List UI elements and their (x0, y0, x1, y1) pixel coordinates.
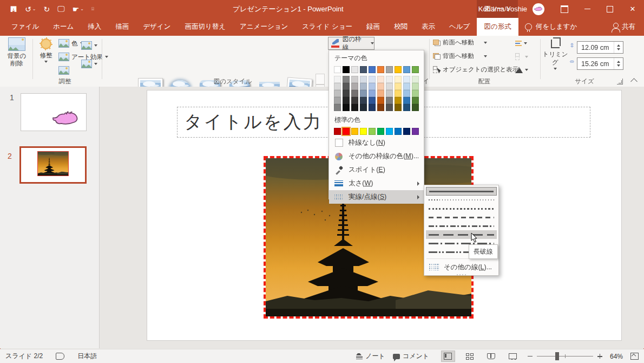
color-swatch[interactable] (412, 90, 419, 97)
tab-表示[interactable]: 表示 (415, 18, 442, 36)
width-spinner[interactable] (614, 58, 623, 69)
color-swatch[interactable] (412, 76, 419, 83)
tab-アニメーション[interactable]: アニメーション (233, 18, 295, 36)
color-swatch[interactable] (377, 128, 384, 135)
shape-height-field[interactable]: 12.09 cm (577, 41, 623, 54)
change-picture-button[interactable] (81, 41, 97, 50)
shape-width-field[interactable]: 15.26 cm (577, 57, 623, 70)
fit-to-window-icon[interactable] (630, 353, 639, 360)
color-swatch[interactable] (412, 128, 419, 135)
color-swatch[interactable] (412, 97, 419, 104)
minimize-button[interactable] (576, 0, 599, 18)
color-swatch[interactable] (343, 83, 350, 90)
color-swatch[interactable] (403, 66, 410, 73)
maximize-button[interactable] (599, 0, 621, 18)
color-swatch[interactable] (334, 76, 341, 83)
color-swatch[interactable] (386, 66, 393, 73)
tab-挿入[interactable]: 挿入 (81, 18, 108, 36)
color-swatch[interactable] (395, 104, 402, 111)
tab-画面切り替え[interactable]: 画面切り替え (178, 18, 233, 36)
tab-ファイル[interactable]: ファイル (4, 18, 46, 36)
color-swatch[interactable] (377, 90, 384, 97)
color-swatch[interactable] (351, 90, 358, 97)
color-swatch[interactable] (403, 83, 410, 90)
color-swatch[interactable] (360, 76, 367, 83)
tab-スライド ショー[interactable]: スライド ショー (295, 18, 359, 36)
color-swatch[interactable] (369, 104, 376, 111)
slideshow-view-button[interactable] (506, 351, 520, 362)
color-swatch[interactable] (377, 66, 384, 73)
color-swatch[interactable] (377, 97, 384, 104)
slide-sorter-view-button[interactable] (463, 351, 477, 362)
menu-item-no-border[interactable]: 枠線なし(N) (329, 136, 424, 150)
slide-indicator[interactable]: スライド 2/2 (5, 352, 43, 361)
customize-qat-icon[interactable]: ⍗ (91, 7, 94, 12)
group-button[interactable] (515, 53, 528, 60)
close-button[interactable]: ✕ (621, 0, 644, 18)
bring-forward-button[interactable]: 前面へ移動 (433, 38, 487, 47)
zoom-in-icon[interactable] (597, 354, 602, 359)
tell-me-box[interactable]: 何をしますか (518, 18, 583, 36)
color-swatch[interactable] (395, 76, 402, 83)
color-swatch[interactable] (334, 104, 341, 111)
color-swatch[interactable] (395, 128, 402, 135)
color-swatch[interactable] (386, 90, 393, 97)
comments-button[interactable]: コメント (393, 352, 429, 361)
color-swatch[interactable] (351, 66, 358, 73)
color-swatch[interactable] (334, 83, 341, 90)
menu-item-line-weight[interactable]: 太さ(W) (329, 177, 424, 190)
color-swatch[interactable] (351, 97, 358, 104)
color-swatch[interactable] (369, 97, 376, 104)
color-swatch[interactable] (377, 83, 384, 90)
save-icon[interactable]: 🖪 (10, 5, 17, 14)
color-swatch[interactable] (360, 90, 367, 97)
tab-校閲[interactable]: 校閲 (387, 18, 415, 36)
picture-border-button[interactable]: 図の枠線 (328, 37, 374, 50)
rotate-button[interactable] (515, 67, 528, 73)
color-swatch[interactable] (377, 104, 384, 111)
normal-view-button[interactable] (441, 351, 455, 362)
ribbon-display-options-icon[interactable] (553, 0, 576, 18)
undo-icon[interactable]: ↺⌄ (25, 5, 36, 14)
tab-描画[interactable]: 描画 (108, 18, 136, 36)
corrections-button[interactable]: 修整 (35, 37, 57, 63)
color-swatch[interactable] (412, 104, 419, 111)
height-spinner[interactable] (614, 42, 623, 53)
color-swatch[interactable] (343, 97, 350, 104)
accessibility-checker-icon[interactable] (56, 353, 64, 360)
tab-デザイン[interactable]: デザイン (136, 18, 178, 36)
dash-style-dash-dot[interactable] (426, 222, 497, 230)
color-swatch[interactable] (403, 90, 410, 97)
color-swatch[interactable] (360, 104, 367, 111)
slide-thumbnail-1[interactable] (21, 93, 87, 131)
language-indicator[interactable]: 日本語 (77, 352, 97, 361)
color-swatch[interactable] (351, 83, 358, 90)
zoom-out-icon[interactable] (528, 356, 533, 357)
collapse-ribbon-icon[interactable] (630, 78, 638, 85)
color-swatch[interactable] (403, 76, 410, 83)
color-swatch[interactable] (386, 76, 393, 83)
dash-style-square-dot[interactable] (426, 204, 497, 213)
dash-style-solid[interactable] (426, 187, 497, 196)
color-swatch[interactable] (412, 83, 419, 90)
tab-ヘルプ[interactable]: ヘルプ (442, 18, 477, 36)
color-swatch[interactable] (343, 90, 350, 97)
color-swatch[interactable] (386, 104, 393, 111)
gallery-scroll-up[interactable] (316, 74, 325, 85)
color-swatch[interactable] (343, 76, 350, 83)
color-swatch[interactable] (334, 66, 341, 73)
color-swatch[interactable] (395, 66, 402, 73)
color-swatch[interactable] (403, 128, 410, 135)
color-swatch[interactable] (369, 90, 376, 97)
color-swatch[interactable] (386, 128, 393, 135)
start-slideshow-icon[interactable]: 🖵 (57, 4, 65, 14)
color-swatch[interactable] (403, 104, 410, 111)
color-swatch[interactable] (386, 83, 393, 90)
zoom-slider-thumb[interactable] (555, 352, 559, 360)
share-button[interactable]: 共有 (613, 18, 644, 36)
color-swatch[interactable] (351, 128, 358, 135)
dash-style-dash[interactable] (426, 213, 497, 222)
color-swatch[interactable] (334, 97, 341, 104)
reading-view-button[interactable] (484, 351, 498, 362)
color-swatch[interactable] (351, 76, 358, 83)
